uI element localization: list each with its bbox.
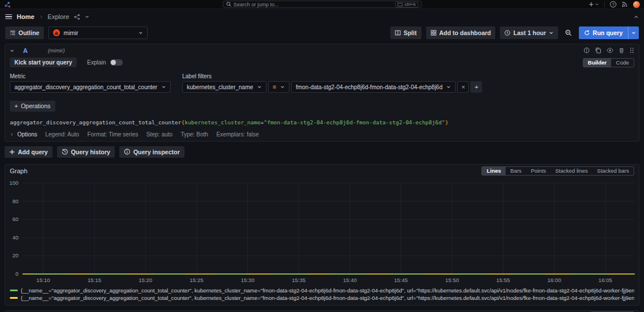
datasource-picker[interactable]: mimir xyxy=(48,26,148,39)
graph-mode-lines[interactable]: Lines xyxy=(482,167,506,175)
query-preview: aggregator_discovery_aggregation_count_t… xyxy=(10,119,634,125)
explore-toolbar: Outline mimir Split Add to dashboard xyxy=(0,24,644,41)
query-row-letter[interactable]: A xyxy=(23,47,28,54)
graph-mode-stacked-lines[interactable]: Stacked lines xyxy=(551,167,593,175)
metric-label: Metric xyxy=(10,73,171,79)
info-circle-icon xyxy=(124,149,130,155)
collapse-query-chevron-icon[interactable] xyxy=(10,48,14,53)
chevron-down-icon xyxy=(280,85,285,89)
legend-series-color xyxy=(10,290,18,291)
run-query-dropdown[interactable] xyxy=(628,26,639,39)
svg-text:15:20: 15:20 xyxy=(138,277,152,283)
drag-handle-icon[interactable] xyxy=(630,47,634,54)
legend-item[interactable]: {__name__="aggregator_discovery_aggregat… xyxy=(10,287,634,294)
breadcrumb-home[interactable]: Home xyxy=(17,13,35,20)
news-icon[interactable] xyxy=(622,1,628,7)
grafana-logo[interactable] xyxy=(4,1,11,8)
sync-icon xyxy=(584,30,590,36)
explain-label: Explain xyxy=(87,59,106,66)
svg-text:20: 20 xyxy=(12,252,18,258)
options-expander[interactable]: Options xyxy=(10,131,37,138)
breadcrumb-explore[interactable]: Explore xyxy=(48,13,69,20)
query-datasource-hint: (mimir) xyxy=(48,47,65,54)
metric-select[interactable]: aggregator_discovery_aggregation_count_t… xyxy=(10,81,171,93)
raw-panel: Raw TableRaw xyxy=(5,310,639,312)
svg-text:60: 60 xyxy=(12,216,18,222)
svg-text:80: 80 xyxy=(12,197,18,204)
divider xyxy=(604,2,605,7)
query-editor-panel: A (mimir) Kick start your xyxy=(5,44,639,142)
hide-response-eye-icon[interactable] xyxy=(607,47,613,54)
remove-query-trash-icon[interactable] xyxy=(619,47,624,54)
query-row-header: A (mimir) xyxy=(5,44,639,56)
explore-actions: Add query Query history Query inspector xyxy=(5,146,639,158)
plus-icon xyxy=(589,2,594,7)
svg-text:15:55: 15:55 xyxy=(496,277,510,283)
search-input[interactable]: Search or jump to... ctrl+k xyxy=(223,1,421,8)
run-query-button[interactable]: Run query xyxy=(579,26,639,39)
time-range-picker[interactable]: Last 1 hour xyxy=(500,26,558,39)
user-avatar[interactable] xyxy=(633,1,640,8)
svg-text:16:05: 16:05 xyxy=(598,277,612,283)
copy-query-icon[interactable] xyxy=(595,47,601,54)
chevron-down-icon xyxy=(138,31,143,35)
add-to-dashboard-button[interactable]: Add to dashboard xyxy=(426,26,496,39)
svg-text:16:00: 16:00 xyxy=(547,277,561,283)
chevron-down-icon xyxy=(446,85,451,89)
add-query-button[interactable]: Add query xyxy=(5,146,52,158)
chevron-down-icon xyxy=(549,31,553,35)
remove-filter-button[interactable]: × xyxy=(457,81,469,93)
filter-key-select[interactable]: kubernetes_cluster_name xyxy=(182,81,266,93)
code-mode-button[interactable]: Code xyxy=(611,59,634,67)
graph-mode-points[interactable]: Points xyxy=(526,167,551,175)
svg-text:40: 40 xyxy=(12,234,18,240)
svg-text:15:35: 15:35 xyxy=(292,277,306,283)
legend-series-label: {__name__="aggregator_discovery_aggregat… xyxy=(21,287,634,294)
outline-icon xyxy=(10,30,16,36)
builder-mode-button[interactable]: Builder xyxy=(583,59,612,67)
help-icon[interactable]: ? xyxy=(610,1,616,7)
query-help-icon[interactable] xyxy=(583,47,590,54)
option-summary-item: Legend: Auto xyxy=(45,131,79,138)
query-history-button[interactable]: Query history xyxy=(57,146,115,158)
graph-mode-stacked-bars[interactable]: Stacked bars xyxy=(593,167,634,175)
search-placeholder: Search or jump to... xyxy=(234,2,279,7)
chevron-down-icon xyxy=(161,85,166,89)
chevron-down-icon[interactable] xyxy=(85,14,89,19)
filter-value-select[interactable]: fmon-data-stg2-04-echp8j6d-fmon-data-stg… xyxy=(291,81,456,93)
svg-text:15:45: 15:45 xyxy=(394,277,408,283)
breadcrumb-row: Home Explore xyxy=(0,9,644,24)
datasource-name: mimir xyxy=(63,29,135,36)
chevron-right-icon xyxy=(10,132,14,136)
collapse-chevron-up-icon[interactable] xyxy=(634,14,639,20)
query-inspector-button[interactable]: Query inspector xyxy=(119,146,184,158)
chevron-down-icon xyxy=(631,31,636,35)
svg-text:15:30: 15:30 xyxy=(241,277,255,283)
options-summary: Legend: AutoFormat: Time seriesStep: aut… xyxy=(45,131,267,138)
split-button[interactable]: Split xyxy=(390,26,421,39)
zoom-out-button[interactable] xyxy=(563,26,574,39)
add-operations-button[interactable]: + Operations xyxy=(10,101,55,112)
explain-toggle[interactable] xyxy=(110,59,123,66)
svg-text:15:15: 15:15 xyxy=(88,277,101,283)
graph-canvas[interactable]: 02040608010015:1015:1515:2015:2515:3015:… xyxy=(5,177,639,286)
legend-item[interactable]: {__name__="aggregator_discovery_aggregat… xyxy=(10,294,634,302)
clock-icon xyxy=(504,30,510,36)
new-menu-button[interactable] xyxy=(589,2,599,7)
filter-operator-select[interactable]: = xyxy=(268,81,289,93)
svg-text:100: 100 xyxy=(9,180,18,186)
plus-icon: + xyxy=(14,102,18,109)
outline-button[interactable]: Outline xyxy=(5,26,44,39)
graph-mode-bars[interactable]: Bars xyxy=(506,167,526,175)
plus-icon xyxy=(9,149,15,155)
top-navbar: Search or jump to... ctrl+k ? xyxy=(0,0,644,9)
history-icon xyxy=(62,149,68,155)
label-filters-label: Label filters xyxy=(182,73,483,79)
kick-start-query-button[interactable]: Kick start your query xyxy=(10,58,77,67)
legend-series-label: {__name__="aggregator_discovery_aggregat… xyxy=(21,295,634,301)
share-icon[interactable] xyxy=(74,14,80,20)
add-filter-button[interactable]: + xyxy=(470,81,482,93)
option-summary-item: Step: auto xyxy=(146,131,173,138)
menu-icon[interactable] xyxy=(5,14,12,20)
option-summary-item: Exemplars: false xyxy=(216,131,259,138)
